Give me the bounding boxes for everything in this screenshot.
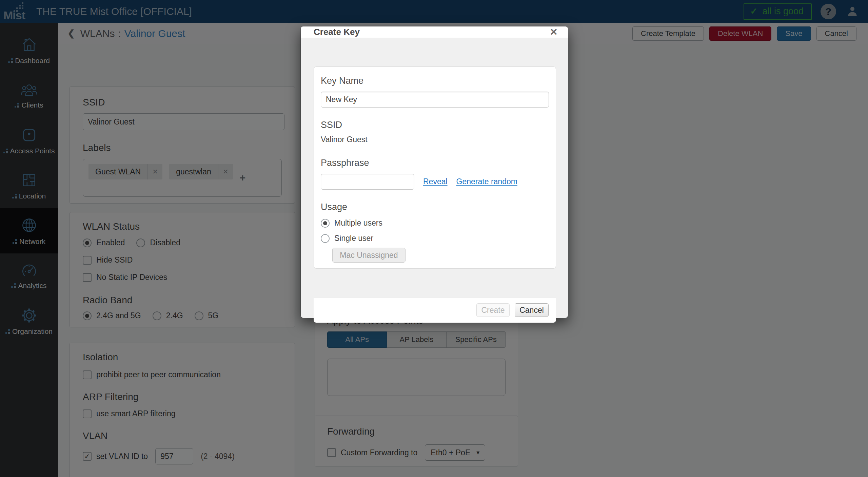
single-user-label: Single user bbox=[334, 234, 373, 243]
modal-form-card: Key Name SSID Valinor Guest Passphrase R… bbox=[314, 66, 556, 269]
key-name-input[interactable] bbox=[321, 92, 549, 108]
app-root: Mist THE TRUE Mist Office [OFFICIAL] ✓ a… bbox=[0, 0, 868, 477]
modal-ssid-label: SSID bbox=[321, 120, 548, 130]
mac-unassigned-button[interactable]: Mac Unassigned bbox=[332, 248, 406, 263]
modal-body: Key Name SSID Valinor Guest Passphrase R… bbox=[301, 38, 568, 323]
generate-random-link[interactable]: Generate random bbox=[456, 177, 517, 186]
key-name-label: Key Name bbox=[321, 76, 548, 86]
create-key-modal: Create Key ✕ Key Name SSID Valinor Guest… bbox=[301, 26, 568, 318]
passphrase-input[interactable] bbox=[321, 174, 414, 190]
passphrase-label: Passphrase bbox=[321, 158, 548, 168]
modal-footer: Create Cancel bbox=[314, 297, 556, 323]
modal-title: Create Key bbox=[314, 27, 360, 37]
multiple-users-radio[interactable] bbox=[321, 219, 330, 228]
modal-header: Create Key ✕ bbox=[301, 26, 568, 38]
modal-ssid-value: Valinor Guest bbox=[321, 135, 548, 144]
modal-create-button[interactable]: Create bbox=[476, 303, 510, 317]
modal-cancel-button[interactable]: Cancel bbox=[515, 303, 549, 317]
single-user-radio[interactable] bbox=[321, 234, 330, 243]
reveal-link[interactable]: Reveal bbox=[423, 177, 448, 186]
close-icon[interactable]: ✕ bbox=[550, 26, 558, 38]
multiple-users-label: Multiple users bbox=[334, 218, 382, 228]
usage-label: Usage bbox=[321, 202, 548, 212]
